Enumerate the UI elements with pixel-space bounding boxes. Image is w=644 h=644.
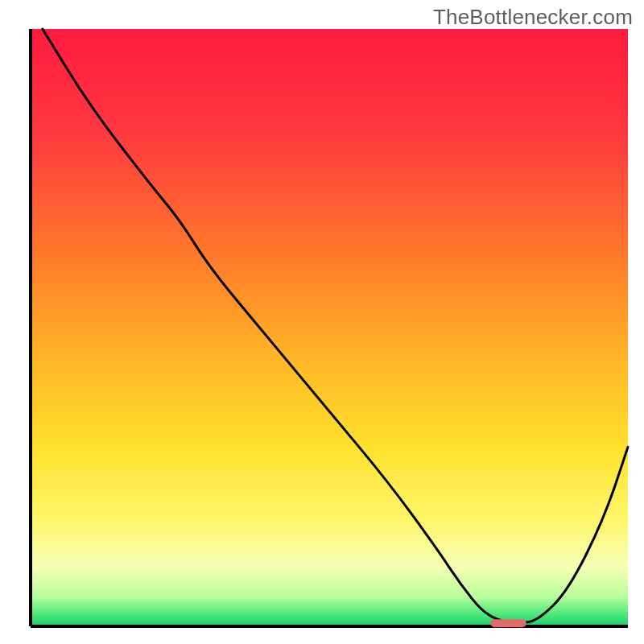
plot-background — [31, 29, 628, 626]
optimal-marker — [490, 619, 526, 627]
watermark-text: TheBottlenecker.com — [433, 5, 633, 30]
chart-container: { "chart_data": { "type": "line", "title… — [0, 0, 644, 644]
bottleneck-chart — [0, 0, 644, 644]
